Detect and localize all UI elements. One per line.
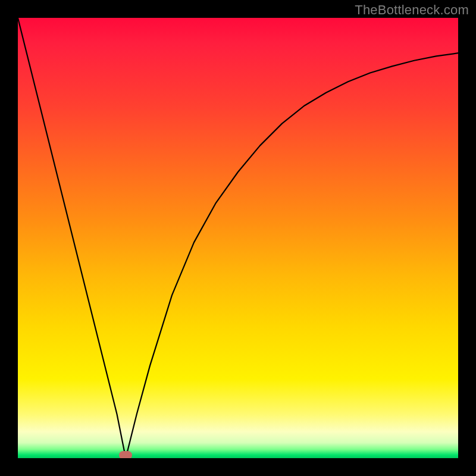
optimum-marker — [119, 451, 132, 458]
plot-area — [18, 18, 458, 458]
chart-frame: TheBottleneck.com — [0, 0, 476, 476]
watermark-text: TheBottleneck.com — [355, 2, 469, 18]
bottleneck-curve — [18, 18, 458, 458]
